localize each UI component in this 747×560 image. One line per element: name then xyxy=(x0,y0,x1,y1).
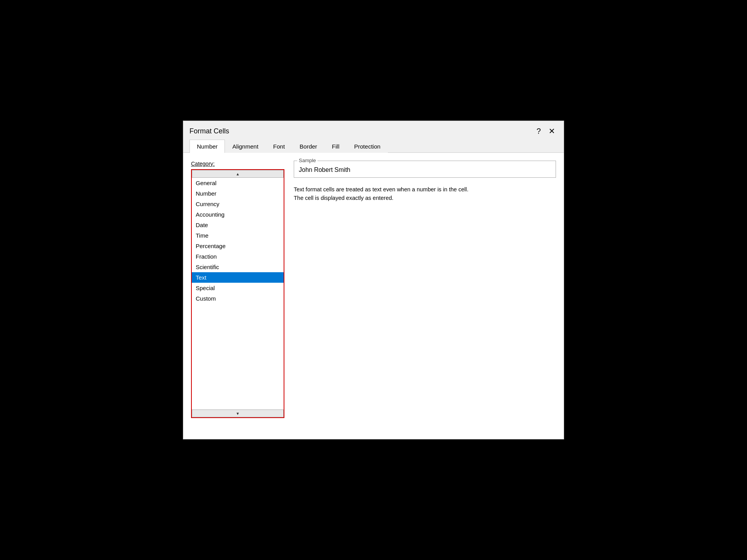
list-item[interactable]: Currency xyxy=(192,199,284,209)
tab-protection[interactable]: Protection xyxy=(347,140,388,153)
list-item[interactable]: Scientific xyxy=(192,262,284,272)
tabs-row: Number Alignment Font Border Fill Protec… xyxy=(183,140,564,153)
list-item[interactable]: Time xyxy=(192,230,284,241)
right-panel: Sample John Robert Smith Text format cel… xyxy=(294,161,556,431)
scroll-down-button[interactable]: ▼ xyxy=(192,410,284,417)
tab-alignment[interactable]: Alignment xyxy=(225,140,266,153)
category-label: Category: xyxy=(191,161,284,167)
tab-font[interactable]: Font xyxy=(266,140,292,153)
list-item[interactable]: Date xyxy=(192,220,284,230)
content-area: Category: ▲ General Number Currency Acco… xyxy=(191,161,556,431)
titlebar: Format Cells ? ✕ xyxy=(183,121,564,140)
list-item[interactable]: Number xyxy=(192,188,284,199)
dialog-overlay: Format Cells ? ✕ Number Alignment Font B… xyxy=(124,0,622,560)
format-cells-dialog: Format Cells ? ✕ Number Alignment Font B… xyxy=(183,121,564,439)
tab-border[interactable]: Border xyxy=(292,140,324,153)
category-listbox-wrapper: ▲ General Number Currency Accounting Dat… xyxy=(191,169,284,418)
close-button[interactable]: ✕ xyxy=(546,126,558,136)
left-panel: Category: ▲ General Number Currency Acco… xyxy=(191,161,284,431)
dialog-body: Category: ▲ General Number Currency Acco… xyxy=(183,153,564,439)
sample-value: John Robert Smith xyxy=(294,161,556,177)
list-item[interactable]: Special xyxy=(192,283,284,293)
sample-label: Sample xyxy=(297,158,317,163)
sample-box: Sample John Robert Smith xyxy=(294,161,556,178)
list-item[interactable]: Percentage xyxy=(192,241,284,251)
scroll-up-button[interactable]: ▲ xyxy=(192,170,284,178)
dialog-title: Format Cells xyxy=(189,127,229,135)
list-item[interactable]: Fraction xyxy=(192,251,284,262)
description-text: Text format cells are treated as text ev… xyxy=(294,186,556,203)
help-button[interactable]: ? xyxy=(534,126,543,136)
tab-fill[interactable]: Fill xyxy=(324,140,347,153)
list-item[interactable]: Custom xyxy=(192,293,284,304)
list-item[interactable]: Accounting xyxy=(192,209,284,220)
list-item[interactable]: General xyxy=(192,178,284,188)
list-item-text-selected[interactable]: Text xyxy=(192,272,284,283)
category-items: General Number Currency Accounting Date … xyxy=(192,178,284,394)
category-list[interactable]: General Number Currency Accounting Date … xyxy=(192,178,284,410)
tab-number[interactable]: Number xyxy=(189,140,225,153)
titlebar-buttons: ? ✕ xyxy=(534,126,558,136)
